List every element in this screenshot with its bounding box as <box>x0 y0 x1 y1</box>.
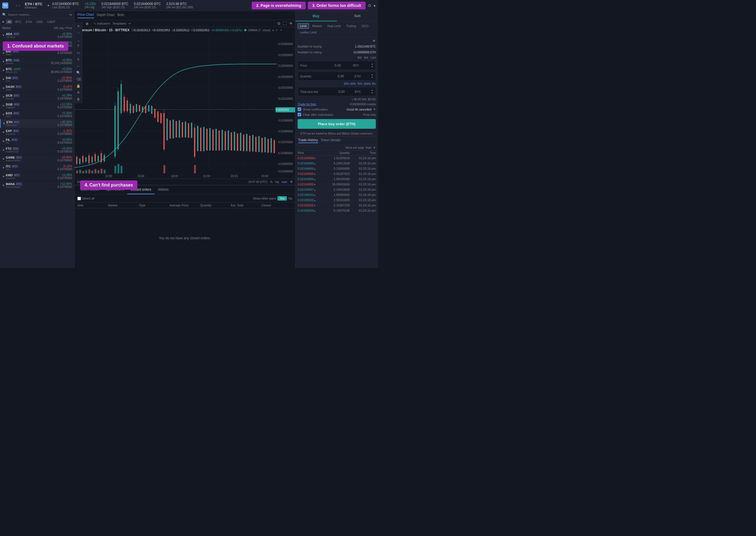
price-dn-arrow[interactable]: ▼ <box>371 65 373 68</box>
market-item[interactable]: ★ BTC USD Bitcoin +0.05% 39,240.24000000 <box>0 57 74 66</box>
pairs-yes-btn[interactable]: Yes <box>278 196 287 201</box>
market-item[interactable]: ★ FTC BTC Feathercoin +0.83% 0.10706500 <box>0 146 74 154</box>
pct-25-btn[interactable]: 25% <box>344 82 349 85</box>
th-arrow-icon: ▲ <box>313 168 316 170</box>
market-item[interactable]: ★ EXP BTC Expanse -1.32% 0.10706500 <box>0 128 74 137</box>
favorite-icon[interactable]: ★ <box>47 4 50 8</box>
svg-rect-70 <box>188 123 189 138</box>
select-all-checkbox[interactable]: Select all <box>77 197 94 200</box>
measure-tool-icon[interactable]: ⟜ <box>76 64 81 69</box>
market-item[interactable]: ★ ETH BTC Ethereum +20.32% 0.10706500 <box>0 119 74 128</box>
nav-forward-button[interactable]: › <box>18 3 20 8</box>
sell-tab[interactable]: Sell <box>337 11 378 21</box>
order-tab-wallets[interactable]: Wallets <box>154 185 172 194</box>
filter-usd[interactable]: USD <box>35 19 44 24</box>
pct-0-btn[interactable]: 0% <box>372 82 376 85</box>
smma-eye-icon[interactable]: 👁 <box>276 29 278 32</box>
ot-oco[interactable]: OCO <box>359 23 371 28</box>
time-1h-btn[interactable]: 1h <box>77 180 80 184</box>
chart-eye-icon[interactable]: 👁 <box>289 21 293 26</box>
bar-style-btn[interactable]: ▦ <box>86 22 88 25</box>
total-input[interactable] <box>328 90 345 94</box>
settings-icon[interactable]: ⚙ <box>368 3 371 8</box>
smma-remove-icon[interactable]: ✕ <box>280 29 282 32</box>
market-item[interactable]: ★ ITC BTC ITC -6.12% 0.10706500 <box>0 163 74 172</box>
market-item[interactable]: ★ DASH BTC Dash -6.12% 0.10706500 <box>0 84 74 92</box>
chart-tab-price[interactable]: Price Chart <box>77 13 94 18</box>
magnet-tool-icon[interactable]: ⌫ <box>76 77 81 82</box>
svg-rect-100 <box>76 170 78 174</box>
price-input[interactable] <box>319 64 341 67</box>
filter-eth[interactable]: ETH <box>24 19 33 24</box>
ot-stop-limit[interactable]: Stop Limit <box>325 23 343 28</box>
chart-tab-depth[interactable]: Depth Chart <box>97 13 115 18</box>
fib-tool-icon[interactable]: ⎘ <box>76 57 81 62</box>
market-item[interactable]: ★ ADA BTC Cardano +5.50% 0.10706500 <box>0 31 74 40</box>
templates-btn[interactable]: Templates <box>113 22 126 25</box>
chart-tab-both[interactable]: Both <box>117 13 124 18</box>
cursor-tool-icon[interactable]: → <box>76 30 81 35</box>
stat-low: 0.021849000 BTC 24h low ($182.23) <box>134 2 161 9</box>
total-up-arrow[interactable]: ▲ <box>371 89 373 91</box>
th-tab-token[interactable]: Token Details <box>321 138 341 143</box>
chart-settings-icon[interactable]: ⚙ <box>277 21 281 26</box>
chart-settings-bottom-icon[interactable]: ⚙ <box>290 180 293 184</box>
shape-tool-icon[interactable]: ▭ <box>76 50 81 55</box>
eye-tool-icon[interactable]: 👁 <box>76 90 81 95</box>
market-item[interactable]: ★ EOS BTC EOS +5.50% 0.10706500 <box>0 110 74 119</box>
pairs-no-btn[interactable]: No <box>288 197 292 200</box>
nav-back-button[interactable]: ‹ <box>16 3 18 8</box>
ot-ladder[interactable]: Ladder Limit <box>298 30 319 35</box>
text-tool-icon[interactable]: T <box>76 44 81 49</box>
trade-free-label[interactable]: Trade for free: <box>298 103 317 106</box>
indicator-icon: ∿ <box>94 22 96 25</box>
line-tool-icon[interactable]: ⎯ <box>76 37 81 42</box>
market-item[interactable]: ★ DGB BTC DigiByte +12.55% 0.10706500 <box>0 101 74 110</box>
undo-btn[interactable]: ↩ <box>128 22 131 25</box>
clear-submit-checkbox[interactable] <box>298 113 301 116</box>
market-item[interactable]: ★ FIL BTC FIL +0.05% 0.10706500 <box>0 137 74 146</box>
filter-all[interactable]: All <box>6 19 13 24</box>
zoom-tool-icon[interactable]: 🔍 <box>76 70 81 75</box>
qty-dn-arrow[interactable]: ▼ <box>371 76 373 79</box>
gtc-dropdown[interactable]: Good till cancelled <box>346 108 371 111</box>
crosshair-tool-icon[interactable]: ✛ <box>76 24 81 29</box>
items-dropdown-icon[interactable]: ▼ <box>373 146 376 149</box>
th-qty: 3.15000000 <box>324 167 349 170</box>
indicators-btn[interactable]: ∿ Indicators <box>94 22 110 25</box>
trash-tool-icon[interactable]: 🗑 <box>76 97 81 102</box>
th-tab-history[interactable]: Trade History <box>298 138 318 143</box>
qty-input[interactable] <box>322 74 344 78</box>
market-item[interactable]: ★ DAI BTC DAI -10.80% 0.10706500 <box>0 75 74 84</box>
select-all-input[interactable] <box>77 197 81 200</box>
pct-75-btn[interactable]: 75% <box>357 82 363 85</box>
market-item[interactable]: ★ BTC USDT Bitcoin SV +0.83% 38,990.1070… <box>0 66 74 75</box>
th-row: 0.02185003▲ 1.00000000 01:25:16 pm <box>295 192 378 198</box>
filter-btc[interactable]: BTC <box>14 19 23 24</box>
lock-tool-icon[interactable]: 🔒 <box>76 84 81 88</box>
total-dn-arrow[interactable]: ▼ <box>371 92 373 94</box>
market-item[interactable]: ★ KMD BTC Komodo +5.28% 0.10706500 <box>0 172 74 181</box>
show-hide-btn[interactable]: 👁 <box>373 39 376 43</box>
ot-limit[interactable]: Limit <box>298 23 309 29</box>
qty-up-arrow[interactable]: ▲ <box>371 74 373 76</box>
chart-fullscreen-icon[interactable]: ⛶ <box>283 21 287 26</box>
search-input[interactable] <box>8 13 68 16</box>
filter-usdt[interactable]: USDT <box>45 19 57 24</box>
place-order-btn[interactable]: Place buy order (ETH) <box>298 119 376 129</box>
show-confirm-checkbox[interactable] <box>298 108 301 111</box>
market-item[interactable]: ★ MANA BTC Decentraland +12.55% 0.107065… <box>0 181 74 190</box>
filter-star-icon[interactable]: ★ <box>2 20 5 24</box>
user-icon[interactable]: ● <box>374 3 376 8</box>
ot-market[interactable]: Market <box>310 23 324 28</box>
market-item[interactable]: ★ GAME BTC GameCredits -10.80% 0.1070650… <box>0 154 74 163</box>
market-item[interactable]: ★ DCR BTC Decred +5.28% 0.10706500 <box>0 92 74 101</box>
buy-tab[interactable]: Buy <box>295 11 337 21</box>
pct-50-btn[interactable]: 50% <box>350 82 356 85</box>
price-up-arrow[interactable]: ▲ <box>371 63 373 65</box>
pct-100-btn[interactable]: 100% <box>364 82 371 85</box>
gtc-arrow-icon[interactable]: ▼ <box>373 108 376 111</box>
sidebar-expand-icon[interactable]: ⇋ <box>69 13 72 17</box>
smma-settings-icon[interactable]: ■ <box>272 29 274 32</box>
ot-trailing[interactable]: Trailing <box>344 23 358 28</box>
